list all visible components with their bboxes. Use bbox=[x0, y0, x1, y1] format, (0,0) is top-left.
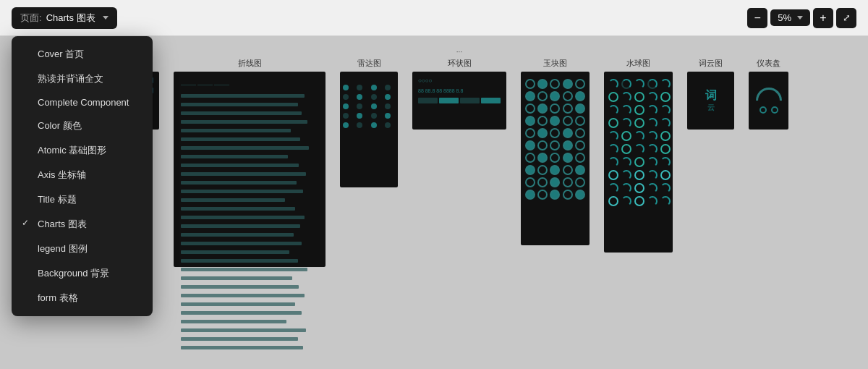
menu-item-legend[interactable]: legend 图例 bbox=[12, 237, 153, 261]
arc bbox=[634, 196, 644, 206]
menu-item-charts[interactable]: Charts 图表 bbox=[12, 212, 153, 237]
circle bbox=[537, 177, 548, 187]
gauge-dot bbox=[771, 106, 778, 114]
ciyun-char-large: 词 bbox=[705, 88, 717, 102]
circle bbox=[563, 128, 573, 138]
arc bbox=[647, 105, 658, 115]
circle bbox=[575, 153, 585, 163]
circle bbox=[575, 91, 585, 101]
frame-canvas-yukuai bbox=[521, 72, 590, 245]
circle bbox=[537, 103, 548, 114]
arc bbox=[608, 196, 618, 206]
frame-label-yibiaopan: 仪表盘 bbox=[757, 58, 780, 69]
dot bbox=[357, 113, 362, 119]
zhexian-content: ——— ——— ——— bbox=[174, 72, 326, 267]
circle bbox=[537, 140, 548, 150]
zoom-level: 5% bbox=[778, 12, 791, 23]
circle bbox=[575, 165, 585, 175]
arc bbox=[608, 170, 618, 180]
dot bbox=[371, 94, 377, 100]
arc bbox=[647, 170, 658, 180]
frame-leida: 雷达图 bbox=[340, 58, 398, 187]
arc bbox=[647, 144, 658, 154]
menu-item-axis[interactable]: Axis 坐标轴 bbox=[12, 163, 153, 187]
dot bbox=[343, 85, 349, 90]
dot bbox=[357, 85, 362, 90]
circle bbox=[575, 140, 585, 150]
semi-circle-gauge bbox=[756, 88, 782, 101]
circle bbox=[550, 177, 560, 187]
menu-item-cover[interactable]: Cover 首页 bbox=[12, 42, 153, 67]
dot bbox=[371, 113, 377, 119]
circle bbox=[575, 116, 585, 126]
frame-label-leida: 雷达图 bbox=[357, 58, 381, 69]
arc bbox=[621, 92, 631, 102]
huanzhuang-content: ○○○○ 88 88.8 88 8888 8.8 bbox=[412, 72, 506, 109]
stat-bar bbox=[481, 98, 501, 103]
arc bbox=[621, 105, 631, 115]
circle bbox=[550, 153, 560, 163]
frame-canvas-leida bbox=[340, 72, 398, 187]
arc bbox=[660, 157, 671, 167]
zoom-chevron-icon bbox=[797, 16, 803, 20]
menu-item-color[interactable]: Color 颜色 bbox=[12, 114, 153, 138]
dot bbox=[343, 113, 349, 119]
circle bbox=[525, 103, 535, 114]
circle bbox=[563, 116, 573, 126]
menu-item-shudong[interactable]: 熟读并背诵全文 bbox=[12, 67, 153, 91]
zoom-in-button[interactable]: + bbox=[813, 8, 833, 28]
dropdown-menu: Cover 首页 熟读并背诵全文 Complete Component Colo… bbox=[12, 36, 153, 316]
frame-canvas-huanzhuang: ○○○○ 88 88.8 88 8888 8.8 bbox=[412, 72, 506, 130]
page-name: Charts 图表 bbox=[46, 12, 95, 25]
frame-label-yukuai: 玉块图 bbox=[543, 58, 567, 69]
arc bbox=[634, 79, 644, 89]
circle bbox=[525, 116, 535, 126]
circle bbox=[550, 140, 560, 150]
circle bbox=[525, 79, 535, 89]
shuiqiu-content bbox=[604, 75, 673, 211]
frame-zhexian: 折线图 ——— ——— ——— bbox=[174, 58, 326, 267]
page-selector[interactable]: 页面: Charts 图表 bbox=[12, 7, 117, 29]
arc bbox=[608, 144, 618, 154]
frame-huanzhuang: ··· 环状图 ○○○○ 88 88.8 88 8888 8.8 bbox=[412, 58, 506, 130]
fit-button[interactable]: ⤢ bbox=[836, 8, 856, 28]
arc bbox=[621, 118, 631, 128]
arc bbox=[621, 196, 631, 206]
frame-shuiqiu: 水球图 bbox=[604, 58, 673, 253]
arc bbox=[621, 144, 631, 154]
arc bbox=[647, 79, 658, 89]
zoom-controls: − 5% + ⤢ bbox=[747, 8, 856, 28]
menu-item-title[interactable]: Title 标题 bbox=[12, 187, 153, 212]
zoom-display[interactable]: 5% bbox=[770, 9, 810, 26]
circle bbox=[537, 190, 548, 200]
dot bbox=[371, 103, 377, 109]
arc bbox=[660, 196, 671, 206]
frame-label-ciyun: 词云图 bbox=[699, 58, 723, 69]
circle bbox=[575, 177, 585, 187]
zoom-out-button[interactable]: − bbox=[747, 8, 767, 28]
ciyun-text-block: 词 云 bbox=[705, 88, 717, 112]
arc bbox=[608, 79, 618, 89]
arc bbox=[634, 157, 644, 167]
arc bbox=[608, 183, 618, 193]
circle bbox=[537, 91, 548, 101]
arc bbox=[634, 131, 644, 141]
menu-item-form[interactable]: form 表格 bbox=[12, 286, 153, 310]
menu-item-complete[interactable]: Complete Component bbox=[12, 91, 153, 114]
circle bbox=[550, 103, 560, 114]
menu-item-background[interactable]: Background 背景 bbox=[12, 261, 153, 286]
arc bbox=[647, 183, 658, 193]
stat-bar bbox=[460, 98, 480, 103]
menu-item-atomic[interactable]: Atomic 基础图形 bbox=[12, 138, 153, 163]
arc bbox=[647, 196, 658, 206]
arc bbox=[634, 92, 644, 102]
circle bbox=[537, 153, 548, 163]
frame-yibiaopan: 仪表盘 bbox=[749, 58, 788, 130]
stat-bar bbox=[439, 98, 459, 103]
fit-icon: ⤢ bbox=[843, 12, 851, 23]
frames-strip: 条形图 bbox=[87, 58, 788, 267]
stats-row: 88 88.8 88 8888 8.8 bbox=[418, 87, 501, 95]
arc bbox=[621, 170, 631, 180]
arc bbox=[608, 105, 618, 115]
arc bbox=[647, 131, 658, 141]
